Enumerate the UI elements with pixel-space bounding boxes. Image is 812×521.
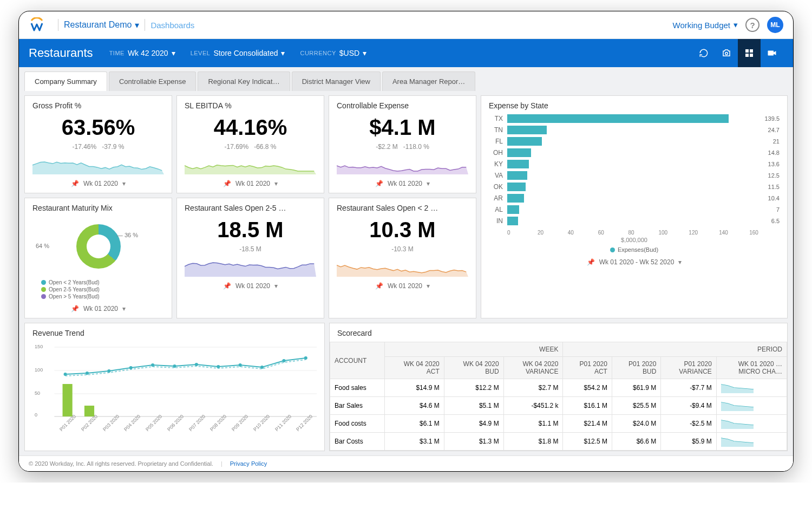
svg-point-18 [86,372,89,375]
col-header: WK 04 2020ACT [384,357,444,379]
hbar-value: 14.8 [768,149,780,156]
axis-label: $,000,000 [489,237,780,243]
hbar-label: AR [489,194,503,202]
hbar-label: TN [489,126,503,134]
page-title: Restaurants [29,46,93,60]
svg-text:100: 100 [35,367,43,373]
filter-time-value: Wk 42 2020 [128,49,168,57]
avatar[interactable]: ML [767,17,783,33]
cell-value: $21.4 M [563,415,612,433]
cell-value: -$2.5 M [661,415,716,433]
period-selector[interactable]: 📌Wk 01 2020▾ [32,180,164,187]
camera-icon[interactable] [715,39,738,67]
top-nav: Restaurant Demo ▾ Dashboards Working Bud… [19,11,793,39]
privacy-link[interactable]: Privacy Policy [230,460,267,467]
period-selector[interactable]: 📌Wk 01 2020▾ [185,282,316,290]
col-header: WK 04 2020BUD [444,357,503,379]
legend-dot-icon [41,287,46,292]
grid-view-icon[interactable] [738,39,761,67]
cell-value: $1.8 M [503,433,563,451]
tab-area-manager-repor[interactable]: Area Manager Repor… [382,71,475,91]
hbar [507,114,729,123]
legend: Expenses(Bud) [489,246,780,253]
workday-logo-icon [29,17,45,33]
cell-account: Bar Sales [330,397,385,415]
legend-dot-icon [41,294,46,299]
card-title: Gross Profit % [32,101,164,110]
card-title: Controllable Expense [337,101,468,110]
period-selector[interactable]: 📌Wk 01 2020▾ [32,305,164,312]
card-maturity-mix: Restaurant Maturity Mix 64 % — 36 % Open… [24,198,172,318]
caret-down-icon: ▾ [734,20,738,30]
svg-rect-3 [745,54,749,57]
help-icon[interactable]: ? [745,18,759,32]
kpi-deltas: -17.69% -66.8 % [185,143,316,151]
cell-microchart [716,433,787,451]
refresh-icon[interactable] [692,39,715,67]
svg-point-23 [195,363,198,366]
cell-value: $25.5 M [612,397,660,415]
svg-point-22 [173,364,176,368]
page-filter-bar: Restaurants TIME Wk 42 2020 ▾ LEVEL Stor… [19,39,793,67]
tab-district-manager-view[interactable]: District Manager View [292,71,381,91]
filter-currency[interactable]: CURRENCY $USD ▾ [300,49,366,57]
svg-rect-5 [768,51,774,56]
hbar-row: VA 12.5 [489,171,780,180]
pin-icon: 📌 [375,180,383,187]
kpi-value: 44.16% [185,115,316,140]
caret-down-icon: ▾ [274,282,278,290]
cell-value: $5.1 M [444,397,503,415]
card-title: Revenue Trend [32,329,317,337]
video-icon[interactable] [761,39,783,67]
axis-tick: 20 [538,230,568,236]
period-label: Wk 01 2020 [388,180,422,187]
svg-point-25 [239,363,242,367]
tab-company-summary[interactable]: Company Summary [24,71,107,91]
hbar-label: VA [489,172,503,179]
breadcrumb-page[interactable]: Dashboards [150,21,194,30]
svg-point-28 [304,356,307,360]
kpi-deltas: -$2.2 M -118.0 % [337,143,468,151]
cell-value: $2.7 M [503,379,563,397]
period-selector[interactable]: 📌Wk 01 2020▾ [337,180,468,187]
pin-icon: 📌 [223,282,231,290]
period-label: Wk 01 2020 [83,305,118,312]
svg-point-19 [107,369,110,373]
hbar-value: 139.5 [764,115,780,122]
kpi-deltas: -10.3 M [337,245,468,253]
card-kpi: Restaurant Sales Open < 2 … 10.3 M -10.3… [329,198,476,318]
cell-value: $4.6 M [384,397,444,415]
period-selector[interactable]: 📌 Wk 01 2020 - Wk 52 2020 ▾ [489,258,780,266]
period-label: Wk 01 2020 [83,180,118,187]
period-selector[interactable]: 📌Wk 01 2020▾ [337,282,468,290]
card-kpi: Controllable Expense $4.1 M -$2.2 M -118… [329,95,476,193]
col-group-week: WEEK [384,342,562,357]
hbar-label: AL [489,206,503,213]
donut-chart [76,224,121,269]
cell-value: $16.1 M [563,397,612,415]
donut-callout-right: — 36 % [117,232,138,238]
breadcrumb-app[interactable]: Restaurant Demo ▾ [64,20,139,30]
table-row: Bar Costs$3.1 M$1.3 M$1.8 M$12.5 M$6.6 M… [330,433,787,451]
hbar-row: KY 13.6 [489,160,780,168]
period-label: Wk 01 2020 - Wk 52 2020 [599,258,675,266]
working-budget-dropdown[interactable]: Working Budget ▾ [673,20,738,30]
caret-down-icon: ▾ [678,258,682,266]
axis-tick: 0 [507,230,538,236]
axis-tick: 140 [719,230,749,236]
cell-account: Food costs [330,415,385,433]
period-label: Wk 01 2020 [388,282,422,290]
caret-down-icon: ▾ [172,49,175,57]
svg-rect-1 [745,49,749,53]
tab-bar: Company SummaryControllable ExpenseRegio… [19,67,793,91]
tab-controllable-expense[interactable]: Controllable Expense [109,71,197,91]
hbar-value: 21 [773,138,780,145]
hbar-row: TN 24.7 [489,126,780,134]
legend-label: Open < 2 Years(Bud) [49,279,100,285]
filter-level[interactable]: LEVEL Store Consolidated ▾ [191,49,285,57]
caret-down-icon: ▾ [135,20,139,30]
period-selector[interactable]: 📌Wk 01 2020▾ [185,180,316,187]
table-row: Food costs$6.1 M$4.9 M$1.1 M$21.4 M$24.0… [330,415,787,433]
filter-time[interactable]: TIME Wk 42 2020 ▾ [109,49,175,57]
tab-regional-key-indicat[interactable]: Regional Key Indicat… [198,71,290,91]
